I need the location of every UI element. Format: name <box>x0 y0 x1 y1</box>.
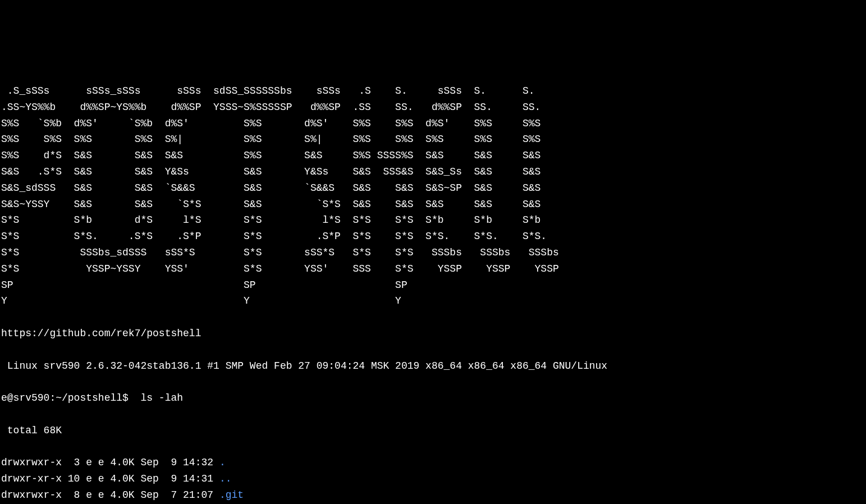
ascii-line: S%S `S%b d%S' `S%b d%S' S%S d%S' S%S S%S… <box>1 116 865 132</box>
ascii-line: .S_sSSs sSSs_sSSs sSSs sdSS_SSSSSSbs sSS… <box>1 83 865 99</box>
file-listing: drwxrwxr-x 3 e e 4.0K Sep 9 14:32 .drwxr… <box>1 455 865 504</box>
ascii-line: Y Y Y <box>1 293 865 309</box>
ascii-line: S&S~YSSY S&S S&S `S*S S&S `S*S S&S S&S S… <box>1 196 865 213</box>
ls-total: total 68K <box>1 423 865 439</box>
ascii-line: S*S S*S. .S*S .S*P S*S .S*P S*S S*S S*S.… <box>1 228 865 245</box>
ascii-line: S&S_sdSSS S&S S&S `S&&S S&S `S&&S S&S S&… <box>1 180 865 196</box>
ascii-line: S&S .S*S S&S S&S Y&Ss S&S Y&Ss S&S SSS&S… <box>1 164 865 180</box>
ascii-art-banner: .S_sSSs sSSs_sSSs sSSs sdSS_SSSSSSbs sSS… <box>1 83 865 309</box>
prompt-line-1[interactable]: e@srv590:~/postshell$ ls -lah <box>1 390 865 406</box>
file-name: .. <box>219 473 232 484</box>
shell-prompt: e@srv590:~/postshell$ <box>1 392 140 404</box>
file-perms: drwxrwxr-x 8 e e 4.0K Sep 7 21:07 <box>1 489 219 501</box>
repo-url: https://github.com/rek7/postshell <box>1 326 865 342</box>
file-name: .git <box>219 489 244 501</box>
file-name: . <box>219 457 226 468</box>
file-perms: drwxr-xr-x 10 e e 4.0K Sep 9 14:31 <box>1 473 219 484</box>
ascii-line: .SS~YS%%b d%%SP~YS%%b d%%SP YSSS~S%SSSSS… <box>1 99 865 116</box>
terminal-output: .S_sSSs sSSs_sSSs sSSs sdSS_SSSSSSbs sSS… <box>1 67 865 504</box>
ascii-line: S*S S*b d*S l*S S*S l*S S*S S*S S*b S*b … <box>1 212 865 228</box>
uname-output: Linux srv590 2.6.32-042stab136.1 #1 SMP … <box>1 358 865 374</box>
ascii-line: S%S d*S S&S S&S S&S S%S S&S S%S SSSS%S S… <box>1 148 865 164</box>
ascii-line: S*S YSSP~YSSY YSS' S*S YSS' SSS S*S YSSP… <box>1 261 865 277</box>
file-entry: drwxrwxr-x 8 e e 4.0K Sep 7 21:07 .git <box>1 487 865 503</box>
command-text: ls -lah <box>140 392 183 404</box>
file-entry: drwxr-xr-x 10 e e 4.0K Sep 9 14:31 .. <box>1 471 865 487</box>
file-entry: drwxrwxr-x 3 e e 4.0K Sep 9 14:32 . <box>1 455 865 471</box>
ascii-line: S%S S%S S%S S%S S%| S%S S%| S%S S%S S%S … <box>1 131 865 148</box>
ascii-line: S*S SSSbs_sdSSS sSS*S S*S sSS*S S*S S*S … <box>1 245 865 261</box>
file-perms: drwxrwxr-x 3 e e 4.0K Sep 9 14:32 <box>1 457 219 468</box>
ascii-line: SP SP SP <box>1 277 865 294</box>
